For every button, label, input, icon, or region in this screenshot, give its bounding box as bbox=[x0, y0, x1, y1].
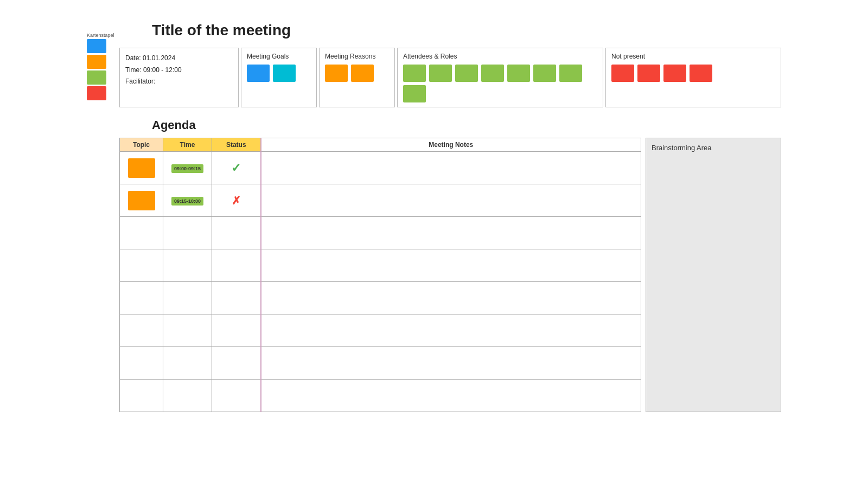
np-sq-2 bbox=[637, 65, 660, 82]
brainstorm-title: Brainstorming Area bbox=[652, 144, 775, 152]
table-row bbox=[120, 282, 641, 314]
crossmark-icon: ✗ bbox=[232, 195, 241, 207]
time-badge: 09:15-10:00 bbox=[171, 197, 203, 206]
attendees-squares bbox=[403, 65, 597, 102]
time-label: Time: 09:00 - 12:00 bbox=[125, 65, 233, 76]
att-sq-1 bbox=[403, 65, 426, 82]
reasons-label: Meeting Reasons bbox=[325, 53, 389, 60]
att-sq-5 bbox=[507, 65, 530, 82]
table-row bbox=[120, 380, 641, 412]
col-status: Status bbox=[212, 138, 261, 152]
status-cell bbox=[212, 282, 261, 314]
topic-cell bbox=[120, 347, 163, 380]
agenda-table: Topic Time Status Meeting Notes 09:00-09… bbox=[119, 138, 641, 412]
topic-cell bbox=[120, 152, 163, 184]
status-cell bbox=[212, 314, 261, 347]
att-sq-2 bbox=[429, 65, 452, 82]
topic-card bbox=[128, 191, 155, 210]
topic-cell bbox=[120, 380, 163, 412]
agenda-layout: Topic Time Status Meeting Notes 09:00-09… bbox=[119, 138, 781, 412]
topic-cell bbox=[120, 249, 163, 282]
status-cell bbox=[212, 249, 261, 282]
time-cell bbox=[163, 249, 212, 282]
notes-cell bbox=[261, 347, 641, 380]
att-sq-7 bbox=[559, 65, 582, 82]
attendees-label: Attendees & Roles bbox=[403, 53, 597, 60]
table-row bbox=[120, 249, 641, 282]
goal-sq-1 bbox=[247, 65, 270, 82]
col-topic: Topic bbox=[120, 138, 163, 152]
meeting-goals-card: Meeting Goals bbox=[241, 48, 317, 107]
notes-cell bbox=[261, 282, 641, 314]
att-sq-8 bbox=[403, 85, 426, 102]
col-notes: Meeting Notes bbox=[261, 138, 641, 152]
agenda-table-wrap: Topic Time Status Meeting Notes 09:00-09… bbox=[119, 138, 641, 412]
att-sq-4 bbox=[481, 65, 504, 82]
topic-cell bbox=[120, 314, 163, 347]
info-card: Date: 01.01.2024 Time: 09:00 - 12:00 Fac… bbox=[119, 48, 239, 107]
meeting-reasons-card: Meeting Reasons bbox=[319, 48, 395, 107]
status-cell bbox=[212, 380, 261, 412]
facilitator-label: Facilitator: bbox=[125, 76, 233, 88]
notes-cell bbox=[261, 217, 641, 249]
topic-cell bbox=[120, 282, 163, 314]
notes-cell bbox=[261, 152, 641, 184]
notes-cell bbox=[261, 314, 641, 347]
goals-squares bbox=[247, 65, 311, 82]
time-badge: 09:00-09:15 bbox=[171, 164, 203, 173]
att-sq-6 bbox=[533, 65, 556, 82]
header-cards: Date: 01.01.2024 Time: 09:00 - 12:00 Fac… bbox=[119, 48, 781, 107]
table-row bbox=[120, 347, 641, 380]
time-cell bbox=[163, 380, 212, 412]
page-title: Title of the meeting bbox=[152, 22, 781, 39]
legend-color-orange bbox=[87, 55, 106, 69]
reasons-squares bbox=[325, 65, 389, 82]
agenda-title: Agenda bbox=[152, 118, 781, 132]
time-cell bbox=[163, 282, 212, 314]
np-sq-3 bbox=[663, 65, 686, 82]
topic-cell bbox=[120, 217, 163, 249]
table-row: 09:00-09:15✓ bbox=[120, 152, 641, 184]
topic-cell bbox=[120, 184, 163, 217]
reason-sq-2 bbox=[351, 65, 374, 82]
status-cell: ✗ bbox=[212, 184, 261, 217]
reason-sq-1 bbox=[325, 65, 348, 82]
np-sq-4 bbox=[690, 65, 712, 82]
not-present-label: Not present bbox=[611, 53, 775, 60]
attendees-card: Attendees & Roles bbox=[397, 48, 603, 107]
table-row bbox=[120, 217, 641, 249]
status-cell: ✓ bbox=[212, 152, 261, 184]
not-present-squares bbox=[611, 65, 775, 82]
time-cell bbox=[163, 314, 212, 347]
time-cell bbox=[163, 217, 212, 249]
table-row bbox=[120, 314, 641, 347]
notes-cell bbox=[261, 380, 641, 412]
notes-cell bbox=[261, 184, 641, 217]
status-cell bbox=[212, 217, 261, 249]
legend-color-green bbox=[87, 70, 106, 85]
date-label: Date: 01.01.2024 bbox=[125, 53, 233, 65]
brainstorm-area: Brainstorming Area bbox=[646, 138, 781, 412]
checkmark-icon: ✓ bbox=[231, 161, 241, 175]
time-cell: 09:15-10:00 bbox=[163, 184, 212, 217]
table-row: 09:15-10:00✗ bbox=[120, 184, 641, 217]
status-cell bbox=[212, 347, 261, 380]
att-sq-3 bbox=[455, 65, 478, 82]
notes-cell bbox=[261, 249, 641, 282]
time-cell: 09:00-09:15 bbox=[163, 152, 212, 184]
legend-title: Kartenstapel bbox=[87, 33, 114, 38]
legend-color-red bbox=[87, 86, 106, 100]
np-sq-1 bbox=[611, 65, 634, 82]
legend: Kartenstapel bbox=[87, 33, 114, 102]
col-time: Time bbox=[163, 138, 212, 152]
legend-color-blue bbox=[87, 39, 106, 53]
goal-sq-2 bbox=[273, 65, 296, 82]
topic-card bbox=[128, 158, 155, 178]
time-cell bbox=[163, 347, 212, 380]
not-present-card: Not present bbox=[605, 48, 781, 107]
goals-label: Meeting Goals bbox=[247, 53, 311, 60]
